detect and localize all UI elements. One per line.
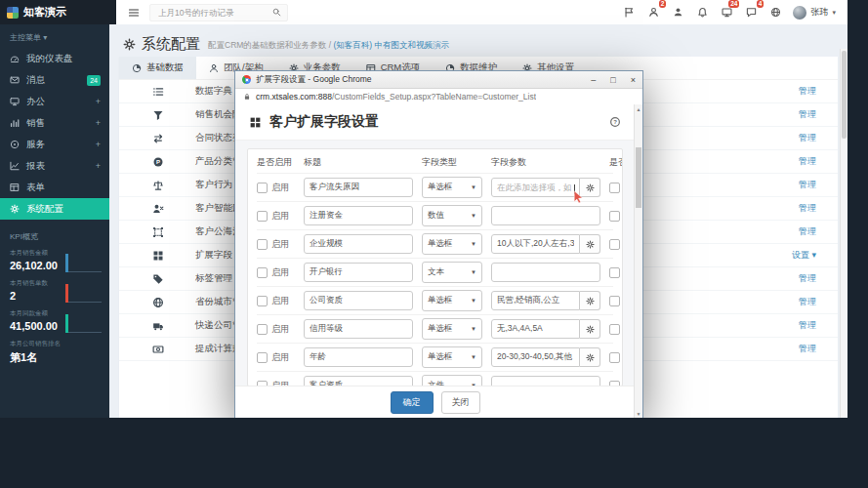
confirm-button[interactable]: 确定: [391, 391, 434, 414]
field-param-input[interactable]: [491, 291, 580, 310]
action-link[interactable]: 管理: [799, 155, 816, 168]
sidebar-item-办公[interactable]: 办公+: [0, 91, 109, 112]
param-gear-button[interactable]: [580, 234, 600, 254]
field-title-input[interactable]: [304, 178, 413, 197]
search-input[interactable]: [156, 7, 269, 19]
enable-checkbox[interactable]: [257, 211, 268, 222]
field-type-select[interactable]: 单选框▼: [422, 318, 482, 340]
field-param-input[interactable]: [491, 319, 580, 339]
svg-text:P: P: [156, 159, 160, 165]
param-gear-button[interactable]: [580, 178, 600, 197]
required-checkbox[interactable]: [609, 183, 620, 193]
search-icon[interactable]: [272, 8, 281, 17]
sidebar-item-消息[interactable]: 消息24: [0, 69, 109, 91]
action-link[interactable]: 管理: [799, 108, 816, 121]
col-enable: 是否启用: [257, 156, 302, 169]
required-checkbox[interactable]: [609, 324, 620, 335]
field-title-input[interactable]: [304, 234, 413, 254]
page-title: 系统配置: [123, 35, 200, 54]
action-link[interactable]: 管理: [799, 132, 816, 144]
required-checkbox[interactable]: [609, 211, 620, 222]
field-type-select[interactable]: 单选框▼: [422, 233, 482, 255]
scrollbar-thumb[interactable]: [636, 147, 641, 208]
action-link[interactable]: 管理: [799, 272, 816, 285]
field-title-input[interactable]: [304, 206, 413, 225]
param-gear-button[interactable]: [580, 347, 600, 367]
sidebar-item-销售[interactable]: 销售+: [0, 112, 109, 134]
field-title-input[interactable]: [304, 291, 413, 310]
field-param-input[interactable]: [491, 263, 600, 282]
desktop-icon: [9, 97, 20, 106]
sidebar-item-服务[interactable]: 服务+: [0, 134, 109, 155]
action-link[interactable]: 设置 ▾: [792, 249, 816, 262]
comments-icon[interactable]: 4: [746, 4, 757, 21]
flag-icon[interactable]: [624, 4, 635, 21]
field-type-select[interactable]: 单选框▼: [422, 346, 482, 368]
sidebar-item-报表[interactable]: 报表+: [0, 155, 109, 177]
field-title-input[interactable]: [304, 263, 413, 282]
enable-cell: 启用: [257, 323, 302, 336]
sidebar-item-表单[interactable]: 表单: [0, 177, 109, 198]
app-logo[interactable]: 知客演示: [0, 0, 116, 24]
popup-titlebar[interactable]: 扩展字段设置 - Google Chrome – □ ×: [235, 71, 642, 89]
popup-scrollbar[interactable]: ▲ ▼: [634, 104, 642, 418]
field-param-input[interactable]: [491, 234, 580, 254]
field-title-input[interactable]: [304, 319, 413, 339]
user-approve-icon[interactable]: 2: [648, 4, 659, 21]
action-link[interactable]: 管理: [799, 319, 816, 332]
sidebar-item-系统配置[interactable]: 系统配置: [0, 198, 109, 220]
chevron-down-icon: ▼: [471, 298, 476, 304]
monitor-icon[interactable]: 24: [722, 4, 732, 21]
enable-checkbox[interactable]: [257, 324, 268, 335]
close-dialog-button[interactable]: 关闭: [441, 391, 480, 414]
sidebar-toggle-icon[interactable]: [128, 7, 140, 19]
title-cell: [304, 347, 413, 367]
bell-icon[interactable]: [697, 4, 708, 21]
action-link[interactable]: 管理: [799, 202, 816, 215]
field-title-input[interactable]: [304, 347, 413, 367]
action-link[interactable]: 管理: [799, 179, 816, 191]
page-scrollbar[interactable]: [840, 49, 847, 418]
popup-urlbar[interactable]: crm.xtsales.com:888/CustomFields_Setup.a…: [235, 89, 642, 105]
scroll-down-icon[interactable]: ▼: [635, 410, 642, 418]
tab-基础数据[interactable]: 基础数据: [119, 57, 196, 79]
minimize-button[interactable]: –: [591, 75, 596, 85]
enable-checkbox[interactable]: [257, 183, 268, 193]
enable-checkbox[interactable]: [257, 296, 268, 306]
contacts-icon[interactable]: [673, 4, 683, 21]
user-menu[interactable]: 张玮 ▾: [793, 6, 836, 20]
globe-icon[interactable]: [770, 4, 781, 21]
action-link[interactable]: 管理: [799, 85, 816, 98]
param-gear-button[interactable]: [580, 319, 600, 339]
field-type-select[interactable]: 文本▼: [422, 262, 482, 283]
scroll-up-icon[interactable]: ▲: [635, 105, 642, 113]
action-link[interactable]: 管理: [799, 296, 816, 308]
url-text: crm.xtsales.com:888/CustomFields_Setup.a…: [256, 92, 536, 102]
field-type-select[interactable]: 数值▼: [422, 205, 482, 226]
field-param-input[interactable]: [491, 206, 600, 225]
required-checkbox[interactable]: [609, 352, 620, 363]
field-param-input[interactable]: [491, 178, 580, 197]
enable-checkbox[interactable]: [257, 352, 268, 363]
required-checkbox[interactable]: [609, 239, 620, 250]
field-type-select[interactable]: 单选框▼: [422, 177, 482, 198]
param-gear-button[interactable]: [580, 291, 600, 310]
action-link[interactable]: 管理: [799, 225, 816, 238]
action-link[interactable]: 管理: [799, 343, 816, 355]
sidebar-item-我的仪表盘[interactable]: 我的仪表盘: [0, 48, 109, 69]
exchange-icon: [152, 133, 176, 144]
kpi-item: 本月销售金额26,102.00: [0, 242, 109, 272]
required-checkbox[interactable]: [609, 296, 620, 306]
col-param: 字段参数: [491, 156, 600, 169]
field-type-select[interactable]: 单选框▼: [422, 290, 482, 311]
sidebar-menu-header[interactable]: 主控菜单 ▾: [0, 24, 109, 48]
wiki-link[interactable]: (知客百科) 中有图文和视频演示: [333, 40, 449, 50]
maximize-button[interactable]: □: [610, 75, 615, 85]
required-checkbox[interactable]: [609, 267, 620, 278]
help-icon[interactable]: ?: [609, 116, 621, 128]
enable-checkbox[interactable]: [257, 267, 268, 278]
close-button[interactable]: ×: [631, 75, 636, 85]
field-param-input[interactable]: [491, 347, 580, 367]
spark-bar: [65, 284, 68, 303]
enable-checkbox[interactable]: [257, 239, 268, 250]
